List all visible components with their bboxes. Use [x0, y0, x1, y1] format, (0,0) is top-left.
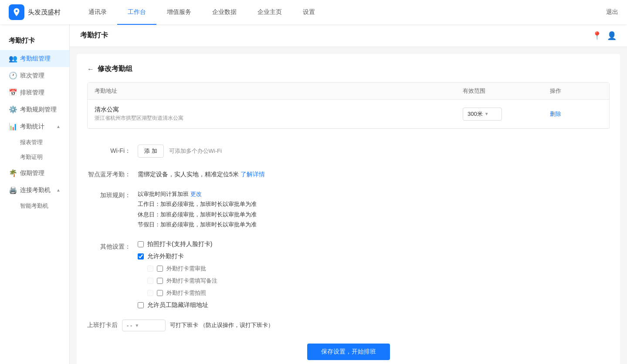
page-header-icons: 📍 👤: [592, 31, 617, 40]
page-title: 考勤打卡: [80, 31, 108, 40]
hide-addr-label: 允许员工隐藏详细地址: [147, 301, 208, 309]
bluetooth-label: 智点蓝牙考勤：: [87, 168, 131, 179]
hide-addr-checkbox[interactable]: [138, 302, 144, 308]
leave-icon: 🌴: [9, 169, 17, 177]
checkin-time-select[interactable]: - - ▼: [122, 320, 166, 331]
checkin-tip: 可打下班卡 （防止误操作，误打下班卡）: [170, 321, 274, 329]
add-wifi-button[interactable]: 添 加: [138, 145, 164, 158]
sidebar-item-schedule[interactable]: 📅 排班管理: [0, 84, 69, 101]
note-checkbox2[interactable]: [157, 278, 163, 284]
photo-label: 拍照打卡(支持人脸打卡): [147, 240, 212, 248]
sidebar-item-rules[interactable]: ⚙️ 考勤规则管理: [0, 101, 69, 118]
nav-link-workbench[interactable]: 工作台: [117, 0, 156, 25]
page-form-title: 修改考勤组: [98, 64, 132, 74]
photo2-label: 外勤打卡需拍照: [166, 289, 206, 297]
overtime-line3: 休息日：加班必须审批，加班时长以审批单为准: [138, 209, 610, 219]
overtime-line4: 节假日：加班必须审批，加班时长以审批单为准: [138, 219, 610, 229]
wifi-value: 添 加 可添加多个办公Wi-Fi: [138, 145, 610, 158]
location-icon[interactable]: 📍: [592, 31, 602, 40]
back-button[interactable]: ←: [87, 65, 94, 73]
content-area: ← 修改考勤组 考勤地址 有效范围 操作 清水公寓 浙江省杭州市拱墅区湖墅街道清…: [77, 54, 620, 364]
nav-link-company[interactable]: 企业主页: [247, 0, 292, 25]
nav-right: 退出: [606, 8, 618, 16]
nav-links: 通讯录 工作台 增值服务 企业数据 企业主页 设置: [78, 0, 606, 25]
checkbox-hide-addr: 允许员工隐藏详细地址: [138, 301, 610, 309]
approve-label: 外勤打卡需审批: [166, 265, 206, 273]
outside-checkbox[interactable]: [138, 253, 144, 260]
save-btn-row: 保存设置，开始排班: [87, 337, 610, 364]
approve-checkbox[interactable]: [147, 266, 153, 272]
time-select-chevron-icon: ▼: [135, 323, 139, 328]
bluetooth-detail-link[interactable]: 了解详情: [241, 171, 265, 178]
sidebar-item-leave-label: 假期管理: [20, 169, 44, 177]
overtime-label: 加班规则：: [87, 189, 131, 199]
nav-link-settings[interactable]: 设置: [292, 0, 325, 25]
overtime-value: 以审批时间计算加班 更改 工作日：加班必须审批，加班时长以审批单为准 休息日：加…: [138, 189, 610, 230]
location-info: 清水公寓 浙江省杭州市拱墅区湖墅街道清水公寓: [95, 106, 463, 122]
sidebar-item-rules-label: 考勤规则管理: [20, 106, 57, 114]
checkin-row: 上班打卡后 - - ▼ 可打下班卡 （防止误操作，误打下班卡）: [87, 314, 610, 337]
connect-icon: 🖨️: [9, 186, 17, 194]
sidebar-item-leave[interactable]: 🌴 假期管理: [0, 165, 69, 182]
sidebar: 考勤打卡 👥 考勤组管理 🕐 班次管理 📅 排班管理 ⚙️ 考勤规则管理 📊 考…: [0, 24, 70, 364]
overtime-edit-link[interactable]: 更改: [190, 191, 202, 197]
sidebar-item-group[interactable]: 👥 考勤组管理: [0, 50, 69, 67]
sidebar-item-shift[interactable]: 🕐 班次管理: [0, 67, 69, 84]
location-name: 清水公寓: [95, 106, 463, 114]
sidebar-item-group-label: 考勤组管理: [20, 55, 51, 63]
photo2-checkbox2[interactable]: [157, 290, 163, 296]
overtime-line1: 以审批时间计算加班 更改: [138, 189, 610, 199]
nav-link-contacts[interactable]: 通讯录: [78, 0, 117, 25]
main-layout: 考勤打卡 👥 考勤组管理 🕐 班次管理 📅 排班管理 ⚙️ 考勤规则管理 📊 考…: [0, 24, 627, 364]
sidebar-item-smart[interactable]: 智能考勤机: [0, 199, 69, 213]
photo2-checkbox[interactable]: [147, 290, 153, 296]
save-button[interactable]: 保存设置，开始排班: [307, 344, 390, 360]
sidebar-item-schedule-label: 排班管理: [20, 89, 44, 97]
sidebar-item-shift-label: 班次管理: [20, 72, 44, 80]
outside-label: 允许外勤打卡: [147, 253, 184, 260]
bluetooth-row: 智点蓝牙考勤： 需绑定设备，实人实地，精准定位5米 了解详情: [87, 163, 610, 184]
main-content: 考勤打卡 📍 👤 ← 修改考勤组 考勤地址 有效范围 操作: [70, 24, 627, 364]
table-row: 清水公寓 浙江省杭州市拱墅区湖墅街道清水公寓 300米 ▼ 删除: [88, 100, 609, 128]
overtime-row: 加班规则： 以审批时间计算加班 更改 工作日：加班必须审批，加班时长以审批单为准…: [87, 184, 610, 235]
photo-checkbox[interactable]: [138, 241, 144, 247]
sidebar-item-report[interactable]: 报表管理: [0, 135, 69, 150]
sidebar-item-certificate[interactable]: 考勤证明: [0, 150, 69, 165]
sidebar-item-stats[interactable]: 📊 考勤统计 ▲: [0, 118, 69, 135]
nav-logo[interactable]: 头发茂盛村: [9, 4, 61, 20]
other-settings-value: 拍照打卡(支持人脸打卡) 允许外勤打卡 外勤打卡需审批: [138, 240, 610, 309]
checkin-time-value: - -: [127, 322, 132, 329]
connect-chevron-icon: ▲: [56, 188, 61, 192]
col-action: 操作: [550, 87, 602, 95]
nav-link-vip[interactable]: 增值服务: [156, 0, 202, 25]
col-address: 考勤地址: [95, 87, 463, 95]
sub-approve-row: 外勤打卡需审批: [138, 265, 610, 273]
range-dropdown[interactable]: 300米 ▼: [463, 108, 502, 121]
delete-button[interactable]: 删除: [550, 111, 561, 117]
approve-checkbox2[interactable]: [157, 266, 163, 272]
bluetooth-text: 需绑定设备，实人实地，精准定位5米: [138, 171, 239, 178]
note-label: 外勤打卡需填写备注: [166, 277, 217, 285]
sub-note-row: 外勤打卡需填写备注: [138, 277, 610, 285]
user-icon[interactable]: 👤: [607, 31, 617, 40]
table-header: 考勤地址 有效范围 操作: [88, 83, 609, 100]
sidebar-item-stats-label: 考勤统计: [20, 123, 44, 131]
logo-text: 头发茂盛村: [28, 8, 61, 17]
range-select: 300米 ▼: [463, 108, 550, 121]
exit-button[interactable]: 退出: [606, 8, 618, 16]
other-settings-label: 其他设置：: [87, 240, 131, 251]
shift-icon: 🕐: [9, 71, 17, 80]
dropdown-chevron-icon: ▼: [485, 111, 489, 116]
wifi-row: Wi-Fi： 添 加 可添加多个办公Wi-Fi: [87, 139, 610, 163]
nav-link-data[interactable]: 企业数据: [202, 0, 247, 25]
page-header: 考勤打卡 📍 👤: [70, 24, 627, 47]
checkbox-group: 拍照打卡(支持人脸打卡) 允许外勤打卡 外勤打卡需审批: [138, 240, 610, 309]
stats-chevron-icon: ▲: [56, 124, 61, 129]
location-address: 浙江省杭州市拱墅区湖墅街道清水公寓: [95, 115, 463, 122]
note-checkbox[interactable]: [147, 278, 153, 284]
overtime-line2: 工作日：加班必须审批，加班时长以审批单为准: [138, 199, 610, 209]
sidebar-item-connect[interactable]: 🖨️ 连接考勤机 ▲: [0, 182, 69, 199]
top-nav: 头发茂盛村 通讯录 工作台 增值服务 企业数据 企业主页 设置 退出: [0, 0, 627, 24]
other-settings-row: 其他设置： 拍照打卡(支持人脸打卡) 允许外勤打卡: [87, 235, 610, 314]
checkbox-outside: 允许外勤打卡: [138, 253, 610, 260]
